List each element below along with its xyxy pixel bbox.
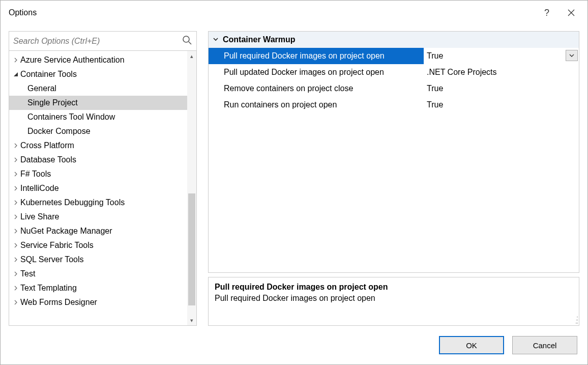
- tree-item-label: F# Tools: [20, 170, 51, 179]
- description-body: Pull required Docker images on project o…: [215, 294, 573, 303]
- options-dialog: Options ? Azure Service AuthenticationCo…: [0, 0, 588, 365]
- property-value[interactable]: .NET Core Projects: [424, 64, 579, 80]
- property-value-text: .NET Core Projects: [427, 68, 497, 77]
- tree-item-label: Containers Tool Window: [27, 113, 115, 122]
- tree-item-label: Cross Platform: [20, 141, 74, 150]
- tree-item[interactable]: Azure Service Authentication: [9, 53, 187, 67]
- property-value-text: True: [427, 84, 443, 93]
- search-icon[interactable]: [182, 35, 192, 47]
- category-header[interactable]: Container Warmup: [209, 32, 579, 48]
- search-input[interactable]: [13, 37, 182, 46]
- dropdown-button[interactable]: [566, 50, 578, 61]
- tree-item-label: Text Templating: [20, 284, 77, 293]
- tree-item[interactable]: Database Tools: [9, 153, 187, 167]
- ok-button[interactable]: OK: [439, 336, 504, 354]
- search-row: [9, 32, 196, 51]
- tree-item[interactable]: Container Tools: [9, 67, 187, 81]
- close-icon: [568, 9, 575, 16]
- property-name: Run containers on project open: [209, 97, 424, 113]
- tree-item-label: Kubernetes Debugging Tools: [20, 198, 125, 207]
- chevron-right-icon[interactable]: [12, 229, 19, 234]
- chevron-down-icon[interactable]: [12, 72, 19, 77]
- property-value-text: True: [427, 51, 443, 61]
- tree-item-label: General: [27, 84, 56, 93]
- dialog-buttons: OK Cancel: [1, 326, 587, 364]
- tree-item-label: Docker Compose: [27, 127, 91, 136]
- chevron-right-icon[interactable]: [12, 143, 19, 148]
- chevron-right-icon[interactable]: [12, 157, 19, 162]
- tree-item-label: Container Tools: [20, 70, 77, 79]
- content-area: Azure Service AuthenticationContainer To…: [1, 25, 587, 326]
- property-value[interactable]: True: [424, 48, 579, 64]
- chevron-right-icon[interactable]: [12, 186, 19, 191]
- tree-item-label: NuGet Package Manager: [20, 227, 112, 236]
- tree-item-label: IntelliCode: [20, 184, 59, 193]
- tree-item[interactable]: SQL Server Tools: [9, 252, 187, 267]
- property-row[interactable]: Pull updated Docker images on project op…: [209, 64, 579, 80]
- chevron-right-icon[interactable]: [12, 200, 19, 205]
- tree-item-label: Service Fabric Tools: [20, 241, 94, 250]
- tree-item[interactable]: Web Forms Designer: [9, 295, 187, 310]
- tree-item[interactable]: F# Tools: [9, 167, 187, 181]
- tree-item[interactable]: Text Templating: [9, 281, 187, 295]
- tree-item[interactable]: IntelliCode: [9, 181, 187, 195]
- nav-pane: Azure Service AuthenticationContainer To…: [9, 31, 197, 326]
- chevron-down-icon: [569, 53, 574, 58]
- property-value[interactable]: True: [424, 97, 579, 113]
- tree-item[interactable]: Cross Platform: [9, 138, 187, 153]
- property-name: Pull required Docker images on project o…: [209, 48, 424, 64]
- scroll-thumb[interactable]: [188, 193, 195, 305]
- cancel-button[interactable]: Cancel: [512, 336, 577, 354]
- tree-item[interactable]: NuGet Package Manager: [9, 224, 187, 238]
- svg-line-3: [189, 42, 191, 44]
- titlebar: Options ?: [1, 1, 587, 25]
- property-row[interactable]: Pull required Docker images on project o…: [209, 48, 579, 64]
- resize-grip-icon[interactable]: ·········: [575, 315, 577, 324]
- tree-item[interactable]: Test: [9, 267, 187, 281]
- tree-item[interactable]: Service Fabric Tools: [9, 238, 187, 252]
- help-button[interactable]: ?: [535, 1, 559, 25]
- chevron-right-icon[interactable]: [12, 243, 19, 248]
- window-title: Options: [9, 8, 535, 17]
- property-row[interactable]: Run containers on project openTrue: [209, 97, 579, 113]
- property-name: Remove containers on project close: [209, 80, 424, 97]
- close-button[interactable]: [559, 1, 583, 25]
- tree-item-label: Test: [20, 269, 35, 278]
- tree-item[interactable]: General: [9, 81, 187, 96]
- tree-scrollbar[interactable]: ▴ ▾: [187, 51, 196, 325]
- category-label: Container Warmup: [223, 35, 296, 44]
- tree-item[interactable]: Live Share: [9, 210, 187, 224]
- tree-item-label: Live Share: [20, 212, 60, 221]
- property-value-text: True: [427, 100, 443, 109]
- property-row[interactable]: Remove containers on project closeTrue: [209, 80, 579, 97]
- options-tree[interactable]: Azure Service AuthenticationContainer To…: [9, 51, 187, 325]
- scroll-down-icon[interactable]: ▾: [187, 315, 196, 325]
- chevron-right-icon[interactable]: [12, 172, 19, 177]
- settings-pane: Container Warmup Pull required Docker im…: [208, 31, 579, 326]
- property-grid-empty: [209, 113, 579, 272]
- chevron-right-icon[interactable]: [12, 300, 19, 305]
- svg-marker-4: [14, 72, 18, 76]
- chevron-right-icon[interactable]: [12, 58, 19, 63]
- property-name: Pull updated Docker images on project op…: [209, 64, 424, 80]
- tree-item-label: SQL Server Tools: [20, 255, 84, 264]
- tree-container: Azure Service AuthenticationContainer To…: [9, 51, 196, 325]
- tree-item[interactable]: Kubernetes Debugging Tools: [9, 195, 187, 210]
- tree-item[interactable]: Single Project: [9, 96, 187, 110]
- tree-item-label: Single Project: [27, 98, 78, 107]
- tree-item-label: Database Tools: [20, 155, 76, 164]
- chevron-right-icon[interactable]: [12, 271, 19, 276]
- property-grid: Container Warmup Pull required Docker im…: [208, 31, 579, 273]
- tree-item-label: Web Forms Designer: [20, 298, 97, 307]
- property-value[interactable]: True: [424, 80, 579, 97]
- tree-item[interactable]: Docker Compose: [9, 124, 187, 138]
- svg-point-2: [183, 36, 189, 42]
- tree-item[interactable]: Containers Tool Window: [9, 110, 187, 124]
- chevron-right-icon[interactable]: [12, 257, 19, 262]
- scroll-up-icon[interactable]: ▴: [187, 51, 196, 61]
- chevron-right-icon[interactable]: [12, 286, 19, 291]
- chevron-down-icon: [213, 36, 223, 44]
- chevron-right-icon[interactable]: [12, 214, 19, 219]
- description-panel: Pull required Docker images on project o…: [208, 277, 579, 326]
- description-title: Pull required Docker images on project o…: [215, 283, 573, 292]
